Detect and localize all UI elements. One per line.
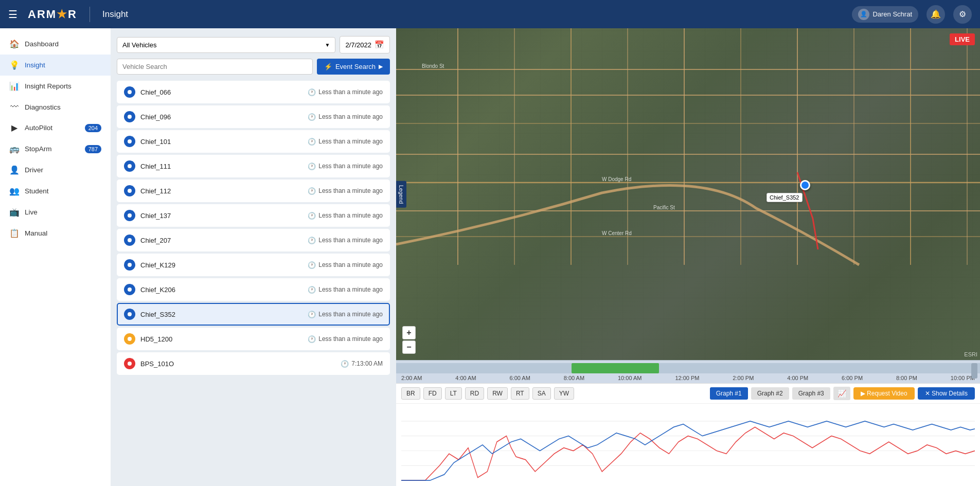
sidebar-item-autopilot[interactable]: ▶ AutoPilot 204 [0,117,111,138]
filter-button-rd[interactable]: RD [465,387,484,400]
vehicle-search-input[interactable] [117,59,313,75]
vehicle-dot-inner [128,287,132,292]
clock-icon: 🕐 [308,187,316,195]
dropdown-arrow-icon: ▼ [325,42,330,48]
notifications-bell[interactable]: 🔔 [926,5,945,24]
vehicle-list-item[interactable]: Chief_137 🕐 Less than a minute ago [117,204,390,227]
vehicle-list-item[interactable]: Chief_207 🕐 Less than a minute ago [117,229,390,251]
event-search-button[interactable]: ⚡ Event Search ▶ [317,59,390,75]
zoom-out-button[interactable]: − [402,340,416,354]
event-search-arrow-icon: ▶ [379,63,383,70]
map-satellite-layer: Blondo St W Dodge Rd Pacific St W Center… [396,28,980,360]
filter-button-fd[interactable]: FD [423,387,442,400]
vehicle-dot-inner [128,164,132,168]
sidebar-item-insight-reports[interactable]: 📊 Insight Reports [0,76,111,97]
chart-type-button[interactable]: 📈 [833,387,850,400]
vehicle-status-dot [124,136,135,147]
date-input[interactable]: 2/7/2022 📅 [340,36,390,53]
clock-icon: 🕐 [308,261,316,269]
vehicle-status-dot [124,284,135,295]
chart-svg [401,406,975,483]
event-search-icon: ⚡ [324,63,332,70]
vehicle-list-item[interactable]: Chief_096 🕐 Less than a minute ago [117,105,390,128]
vehicle-list-item[interactable]: Chief_066 🕐 Less than a minute ago [117,81,390,103]
vehicle-list-item[interactable]: Chief_101 🕐 Less than a minute ago [117,130,390,153]
date-value: 2/7/2022 [345,41,371,49]
sidebar-item-insight[interactable]: 💡 Insight [0,55,111,76]
main-container: 🏠 Dashboard 💡 Insight 📊 Insight Reports … [0,28,980,486]
vehicle-dropdown[interactable]: All Vehicles ▼ [117,37,335,53]
map-area: Blondo St W Dodge Rd Pacific St W Center… [396,28,980,486]
timeline-labels: 2:00 AM4:00 AM6:00 AM8:00 AM10:00 AM12:0… [396,373,980,381]
map-background: Blondo St W Dodge Rd Pacific St W Center… [396,28,980,360]
sidebar-label-live: Live [25,208,38,216]
timeline-panel[interactable]: 2:00 AM4:00 AM6:00 AM8:00 AM10:00 AM12:0… [396,360,980,383]
graph-button-3[interactable]: Graph #3 [792,387,830,400]
vehicle-time-label: Less than a minute ago [318,286,383,293]
user-menu[interactable]: 👤 Daren Schrat [852,6,918,23]
timeline-track[interactable] [396,363,980,373]
vehicle-list-item[interactable]: Chief_112 🕐 Less than a minute ago [117,179,390,202]
event-search-label: Event Search [335,63,376,70]
sidebar-item-driver[interactable]: 👤 Driver [0,159,111,181]
vehicle-list-item[interactable]: HD5_1200 🕐 Less than a minute ago [117,328,390,350]
timeline-handle[interactable] [971,363,977,379]
legend-button[interactable]: Legend [396,181,406,208]
sidebar-item-diagnostics[interactable]: 〰 Diagnostics [0,97,111,117]
filter-button-yw[interactable]: YW [554,387,574,400]
sidebar-item-stoparm[interactable]: 🚌 StopArm 787 [0,138,111,159]
vehicle-list-item[interactable]: Chief_111 🕐 Less than a minute ago [117,155,390,177]
sidebar-item-manual[interactable]: 📋 Manual [0,223,111,244]
sidebar-item-dashboard[interactable]: 🏠 Dashboard [0,33,111,55]
graph-button-1[interactable]: Graph #1 [710,387,748,400]
filter-button-lt[interactable]: LT [445,387,462,400]
vehicle-list-item[interactable]: BPS_101O 🕐 7:13:00 AM [117,352,390,375]
top-nav: ☰ ARM★R Insight 👤 Daren Schrat 🔔 ⚙ [0,0,980,28]
timeline-label: 4:00 AM [455,375,476,381]
vehicle-list-item[interactable]: Chief_K206 🕐 Less than a minute ago [117,278,390,301]
filter-button-rt[interactable]: RT [511,387,529,400]
vehicle-list-item[interactable]: Chief_S352 🕐 Less than a minute ago [117,303,390,326]
show-details-button[interactable]: ✕ Show Details [918,387,975,400]
panel-controls: All Vehicles ▼ 2/7/2022 📅 [117,36,390,53]
request-video-button[interactable]: ▶ Request Video [853,387,915,400]
vehicle-dot-inner [128,189,132,193]
map-container[interactable]: Blondo St W Dodge Rd Pacific St W Center… [396,28,980,360]
vehicle-dot-inner [128,362,132,366]
vehicle-list-item[interactable]: Chief_K129 🕐 Less than a minute ago [117,254,390,276]
graph-button-2[interactable]: Graph #2 [751,387,789,400]
sidebar-item-live[interactable]: 📺 Live [0,202,111,223]
vehicle-time-label: Less than a minute ago [318,113,383,120]
clock-icon: 🕐 [308,237,316,244]
user-avatar: 👤 [858,9,869,20]
bottom-toolbar: BRFDLTRDRWRTSAYWGraph #1Graph #2Graph #3… [396,384,980,404]
vehicle-name: Chief_112 [140,187,302,195]
vehicle-status-dot [124,358,135,369]
vehicle-time: 🕐 Less than a minute ago [308,311,383,318]
zoom-in-button[interactable]: + [402,326,416,339]
sidebar-label-driver: Driver [25,166,43,174]
autopilot-badge: 204 [85,124,101,132]
filter-button-br[interactable]: BR [401,387,420,400]
vehicle-name: Chief_066 [140,88,302,96]
filter-button-rw[interactable]: RW [487,387,508,400]
vehicle-time: 🕐 Less than a minute ago [308,163,383,170]
vehicle-time: 🕐 Less than a minute ago [308,113,383,121]
map-marker[interactable] [800,180,810,190]
chart-area [396,404,980,486]
vehicle-status-dot [124,160,135,172]
sidebar-label-manual: Manual [25,229,47,237]
vehicle-dot-inner [128,213,132,218]
sidebar-label-student: Student [25,187,49,195]
vehicle-time-label: Less than a minute ago [318,261,383,268]
hamburger-menu[interactable]: ☰ [8,8,17,21]
settings-gear[interactable]: ⚙ [953,5,972,24]
clock-icon: 🕐 [308,286,316,294]
vehicle-name: Chief_101 [140,138,302,146]
vehicle-time-label: Less than a minute ago [318,163,383,170]
sidebar-item-student[interactable]: 👥 Student [0,181,111,202]
filter-button-sa[interactable]: SA [532,387,551,400]
vehicle-time-label: Less than a minute ago [318,237,383,244]
sidebar-label-autopilot: AutoPilot [25,124,52,132]
vehicle-time: 🕐 Less than a minute ago [308,212,383,220]
